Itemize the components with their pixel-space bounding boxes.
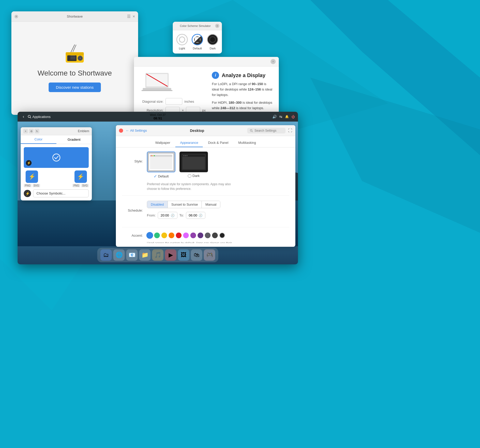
shortwave-close-btn[interactable]: × xyxy=(133,14,135,19)
cs-option-dark[interactable]: Dark xyxy=(207,34,218,50)
settings-titlebar: ← All Settings Desktop ⛶ xyxy=(116,125,295,136)
settings-expand-btn[interactable]: ⛶ xyxy=(288,128,292,133)
dock: 🗂 🌐 📧 📁 🎵 ▶ 🖼 🛍 🎮 xyxy=(97,248,218,262)
settings-panel-title: Desktop xyxy=(149,129,245,133)
dock-item-music[interactable]: 🎵 xyxy=(152,249,163,261)
emblem-check-icon xyxy=(52,153,61,162)
taskbar-notification-btn[interactable]: 🔔 xyxy=(285,115,289,118)
all-settings-label: All Settings xyxy=(130,129,147,132)
emblem-tab-color[interactable]: Color xyxy=(21,135,56,144)
accent-red[interactable] xyxy=(176,233,182,238)
emblem-info-btn[interactable]: ↻ xyxy=(35,129,39,133)
taskbar-center: Wed, Oct 27 08:51 xyxy=(150,113,166,120)
schedule-section: Schedule: Disabled Sunset to Sunrise Man… xyxy=(122,201,289,227)
taskbar-apps-label: Applications xyxy=(32,115,50,119)
taskbar-network-btn[interactable]: ⇆ xyxy=(279,115,282,119)
discover-stations-btn[interactable]: Discover new stations xyxy=(49,83,101,92)
cs-circle-default xyxy=(192,34,203,45)
svg-point-25 xyxy=(250,129,252,131)
taskbar-back-btn[interactable]: ‹ xyxy=(21,113,26,120)
accent-black[interactable] xyxy=(219,233,225,238)
taskbar-right: 🔊 ⇆ 🔔 ⏻ xyxy=(272,115,295,119)
dock-item-files[interactable]: 📁 xyxy=(139,249,151,261)
dock-item-videos[interactable]: ▶ xyxy=(165,249,176,261)
taskbar-volume-btn[interactable]: 🔊 xyxy=(272,115,277,119)
settings-tab-appearance[interactable]: Appearance xyxy=(175,139,203,147)
png-badge-1: PNG xyxy=(24,184,32,187)
cs-option-default[interactable]: Default xyxy=(192,34,203,50)
choose-symbolic-btn[interactable]: Choose Symbolic... xyxy=(33,189,89,197)
shortwave-menu-btn[interactable]: ☰ xyxy=(127,14,131,19)
search-icon xyxy=(28,115,31,118)
style-desc: Preferred visual style for system compon… xyxy=(147,182,235,191)
svg-badge-1: SVG xyxy=(33,184,40,187)
taskbar-power-btn[interactable]: ⏻ xyxy=(291,115,295,119)
svg-rect-7 xyxy=(66,52,84,55)
elementary-desktop: ‹ Applications Wed, Oct 27 08:51 🔊 ⇆ 🔔 ⏻… xyxy=(18,112,298,264)
style-option-dark[interactable]: Dark xyxy=(179,152,208,179)
accent-pink[interactable] xyxy=(183,233,189,238)
schedule-disabled-btn[interactable]: Disabled xyxy=(147,201,168,208)
emblem-lightning-png-btn[interactable]: ⚡ xyxy=(26,170,38,183)
accent-dark-gray[interactable] xyxy=(212,233,218,238)
style-radio-dark-input[interactable] xyxy=(188,174,191,178)
settings-tab-wallpaper[interactable]: Wallpaper xyxy=(151,139,175,147)
schedule-sunset-btn[interactable]: Sunset to Sunrise xyxy=(168,201,202,208)
dock-item-appstore[interactable]: 🛍 xyxy=(191,249,202,261)
shortwave-add-tab-btn[interactable]: + xyxy=(14,15,18,18)
analyze-lodpi-desc: For LoDPI, a DPI range of 90–150 is idea… xyxy=(212,81,273,98)
svg-line-26 xyxy=(252,131,253,132)
settings-back-btn[interactable]: ← All Settings xyxy=(126,129,147,132)
settings-search-icon xyxy=(250,129,253,132)
to-time-field: 06:00 🕕 xyxy=(186,212,206,219)
emblem-close-btn[interactable]: × xyxy=(23,129,28,133)
schedule-row: Disabled Sunset to Sunrise Manual xyxy=(147,201,220,208)
accent-gray[interactable] xyxy=(205,233,211,238)
svg-point-22 xyxy=(28,115,31,118)
style-option-default[interactable]: ✓ Default xyxy=(147,152,175,179)
accent-orange[interactable] xyxy=(169,233,174,238)
color-scheme-window: Color Scheme Simulator × Light Default xyxy=(173,22,222,54)
settings-search-input[interactable] xyxy=(254,129,283,132)
diagonal-input[interactable] xyxy=(166,98,182,105)
dock-item-mail[interactable]: 📧 xyxy=(126,249,138,261)
info-icon: i xyxy=(212,72,219,79)
accent-green[interactable] xyxy=(154,233,160,238)
color-scheme-close-btn[interactable]: × xyxy=(215,24,219,28)
emblem-lightning-badge: ⚡ xyxy=(24,190,31,197)
settings-close-btn[interactable] xyxy=(119,129,123,133)
analyze-close-btn[interactable]: × xyxy=(271,59,276,64)
settings-tab-multitasking[interactable]: Multitasking xyxy=(234,139,261,147)
emblem-tabs: Color Gradient xyxy=(21,135,92,144)
dock-item-multitasking[interactable]: 🗂 xyxy=(100,249,112,261)
emblem-lightning-overlay: ⚡ xyxy=(26,160,32,166)
style-section-label: Style: xyxy=(122,152,143,163)
radio-icon xyxy=(63,44,86,64)
svg-rect-21 xyxy=(141,90,172,91)
svg-point-11 xyxy=(80,58,81,59)
emblem-format-png-2: ⚡ PNG SVG xyxy=(72,170,89,187)
png-badge-2: PNG xyxy=(72,184,80,187)
accent-purple[interactable] xyxy=(190,233,196,238)
dock-item-browser[interactable]: 🌐 xyxy=(113,249,125,261)
emblem-tab-gradient[interactable]: Gradient xyxy=(56,135,92,144)
shortwave-titlebar-actions: ☰ × xyxy=(127,14,135,19)
settings-tab-dock-panel[interactable]: Dock & Panel xyxy=(203,139,233,147)
dock-item-extras[interactable]: 🎮 xyxy=(204,249,215,261)
emblem-format-png-1: ⚡ PNG SVG xyxy=(24,170,40,187)
color-scheme-titlebar: Color Scheme Simulator × xyxy=(173,22,222,30)
svg-rect-15 xyxy=(70,57,76,58)
dock-item-photos[interactable]: 🖼 xyxy=(178,249,189,261)
taskbar: ‹ Applications Wed, Oct 27 08:51 🔊 ⇆ 🔔 ⏻ xyxy=(18,112,298,122)
accent-yellow[interactable] xyxy=(161,233,167,238)
schedule-manual-btn[interactable]: Manual xyxy=(202,201,220,208)
diagonal-field-row: Diagonal size: inches xyxy=(140,98,206,105)
emblem-lightning-svg-btn[interactable]: ⚡ xyxy=(74,170,87,183)
accent-deep-purple[interactable] xyxy=(198,233,203,238)
cs-option-light[interactable]: Light xyxy=(176,34,188,50)
style-name-default: Default xyxy=(158,174,169,178)
emblem-settings-btn[interactable]: ⚙ xyxy=(29,129,34,133)
analyze-title: Analyze a Display xyxy=(222,72,265,78)
accent-blue[interactable] xyxy=(147,233,153,238)
taskbar-apps-btn[interactable]: Applications xyxy=(28,115,50,119)
